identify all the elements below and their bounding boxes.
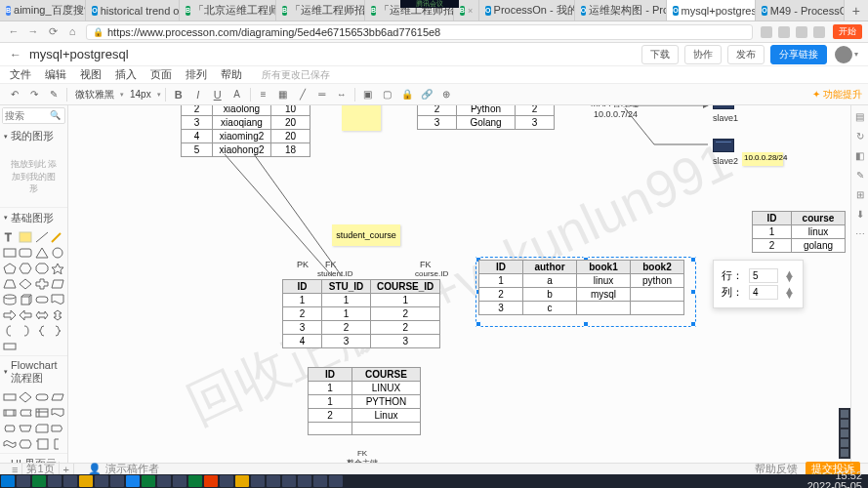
- chevron-down-icon[interactable]: ▾: [854, 50, 858, 59]
- shape-card[interactable]: [35, 422, 49, 435]
- search-input[interactable]: [3, 108, 46, 123]
- shape-octagon[interactable]: [35, 262, 49, 275]
- float-icon[interactable]: [841, 420, 848, 427]
- row-input[interactable]: [749, 268, 778, 283]
- taskbar-icon[interactable]: [235, 475, 249, 487]
- pages-icon[interactable]: ≡: [8, 464, 22, 475]
- table-lookup[interactable]: IDcourse 1linux 2golang: [752, 211, 846, 253]
- shape-star[interactable]: [51, 262, 64, 275]
- home-icon[interactable]: ⌂: [66, 25, 78, 38]
- extension-icon[interactable]: [813, 26, 825, 38]
- taskbar-icon[interactable]: [204, 475, 218, 487]
- sticky-ip[interactable]: 10.0.0.28/24: [742, 152, 783, 166]
- extension-icon[interactable]: [778, 26, 790, 38]
- browser-tab[interactable]: B「运维工程师招...×: [276, 0, 365, 21]
- browser-tab[interactable]: Ohistorical trend of...×: [86, 0, 180, 21]
- shape-internal[interactable]: [35, 406, 49, 420]
- feature-link[interactable]: ✦ 功能提升: [812, 88, 862, 102]
- browser-tab[interactable]: Baiming_百度搜索×: [0, 0, 86, 21]
- taskbar-icon[interactable]: [48, 475, 62, 487]
- browser-tab[interactable]: OM49 - ProcessOn×: [756, 0, 845, 21]
- menu-page[interactable]: 页面: [150, 67, 172, 82]
- shape-arrow-r[interactable]: [3, 308, 17, 322]
- shape-pentagon[interactable]: [3, 262, 17, 275]
- shape-cube[interactable]: [19, 293, 32, 306]
- taskbar-icon[interactable]: [157, 475, 171, 487]
- connector-icon[interactable]: ↔: [333, 87, 351, 102]
- grid-icon[interactable]: ⊞: [854, 189, 866, 201]
- float-icon[interactable]: [841, 449, 848, 457]
- shape-comment[interactable]: [51, 437, 64, 451]
- table-books[interactable]: IDauthorbook1book2 1alinuxpython 2bmysql…: [478, 260, 684, 315]
- table-student-course[interactable]: IDSTU_IDCOURSE_ID 111 212 322 433: [282, 279, 440, 348]
- taskbar-icon[interactable]: [188, 475, 202, 487]
- group-basic[interactable]: ▾基础图形: [0, 208, 67, 228]
- theme-icon[interactable]: ◧: [854, 150, 866, 162]
- start-button[interactable]: 开始: [833, 24, 862, 39]
- line-icon[interactable]: ╱: [294, 87, 311, 102]
- taskbar-icon[interactable]: [79, 475, 93, 487]
- taskbar-icon[interactable]: [251, 475, 265, 487]
- shape-delay[interactable]: [51, 422, 64, 435]
- back-icon[interactable]: ←: [8, 25, 20, 38]
- clock[interactable]: 15:522022-05-05: [802, 470, 868, 488]
- col-input[interactable]: [749, 285, 778, 300]
- size-select[interactable]: 14px: [126, 89, 155, 100]
- comment-icon[interactable]: ✎: [854, 170, 866, 182]
- taskbar-icon[interactable]: [63, 475, 77, 487]
- shape-brace-l[interactable]: [35, 324, 49, 338]
- taskbar-icon[interactable]: [329, 475, 343, 487]
- shape-text[interactable]: T: [3, 230, 17, 244]
- table-lang[interactable]: 2Python2 3Golang3: [417, 105, 555, 130]
- step-down-icon[interactable]: ▼: [784, 276, 795, 281]
- shape-cylinder[interactable]: [3, 293, 17, 306]
- menu-arrange[interactable]: 排列: [186, 67, 207, 82]
- forward-icon[interactable]: →: [27, 25, 39, 38]
- sticky-note[interactable]: [342, 105, 381, 131]
- shape-search[interactable]: 🔍: [2, 107, 65, 124]
- taskbar-icon[interactable]: [126, 475, 140, 487]
- shape-predef[interactable]: [3, 406, 17, 420]
- download-icon[interactable]: ⬇: [854, 209, 866, 221]
- new-tab-button[interactable]: +: [845, 3, 868, 19]
- bold-icon[interactable]: B: [170, 87, 187, 102]
- address-bar[interactable]: 🔒https://www.processon.com/diagraming/5e…: [86, 24, 753, 40]
- shape-manual[interactable]: [19, 422, 32, 435]
- shape-pencil[interactable]: [51, 230, 64, 244]
- taskbar-icon[interactable]: [110, 475, 124, 487]
- browser-tab[interactable]: B「北京运维工程师...×: [180, 0, 276, 21]
- shape-doc[interactable]: [51, 293, 64, 306]
- publish-button[interactable]: 发布: [727, 45, 765, 64]
- close-icon[interactable]: ×: [468, 6, 473, 16]
- browser-tab-active[interactable]: Omysql+postgres...×: [667, 0, 756, 21]
- shape-rect[interactable]: [3, 246, 17, 260]
- shape-arrow-lr[interactable]: [35, 308, 49, 322]
- browser-tab[interactable]: O运维架构图 - Pro...×: [575, 0, 667, 21]
- shape-arrow-ud[interactable]: [51, 308, 64, 322]
- collab-button[interactable]: 协作: [684, 45, 722, 64]
- shape-decision[interactable]: [19, 390, 32, 404]
- taskbar-icon[interactable]: [142, 475, 155, 487]
- taskbar-icon[interactable]: [32, 475, 46, 487]
- menu-help[interactable]: 帮助: [221, 67, 242, 82]
- shape-tape[interactable]: [3, 437, 17, 451]
- extension-icon[interactable]: [796, 26, 807, 38]
- server-icon[interactable]: [713, 105, 734, 109]
- shape-data[interactable]: [51, 390, 64, 404]
- group-mine[interactable]: ▾我的图形: [0, 126, 67, 146]
- taskbar-icon[interactable]: [282, 475, 296, 487]
- link-icon[interactable]: 🔗: [418, 87, 435, 102]
- shape-brace-r[interactable]: [51, 324, 64, 338]
- doc-title[interactable]: mysql+postgresql: [29, 47, 129, 61]
- reload-icon[interactable]: ⟳: [47, 25, 59, 38]
- table-students[interactable]: 2xiaolong10 3xiaoqiang20 4xiaoming220 5x…: [181, 105, 310, 157]
- server-icon[interactable]: [713, 139, 734, 152]
- browser-tab[interactable]: OProcessOn - 我的...×: [479, 0, 575, 21]
- download-button[interactable]: 下载: [641, 45, 679, 64]
- align-icon[interactable]: ≡: [255, 87, 272, 102]
- start-menu-icon[interactable]: [1, 475, 15, 487]
- table-course[interactable]: IDCOURSE 1LINUX 1PYTHON 2Linux: [308, 367, 421, 435]
- taskbar-icon[interactable]: [267, 475, 280, 487]
- sticky-sc[interactable]: student_course: [332, 224, 400, 246]
- taskbar-icon[interactable]: [313, 475, 327, 487]
